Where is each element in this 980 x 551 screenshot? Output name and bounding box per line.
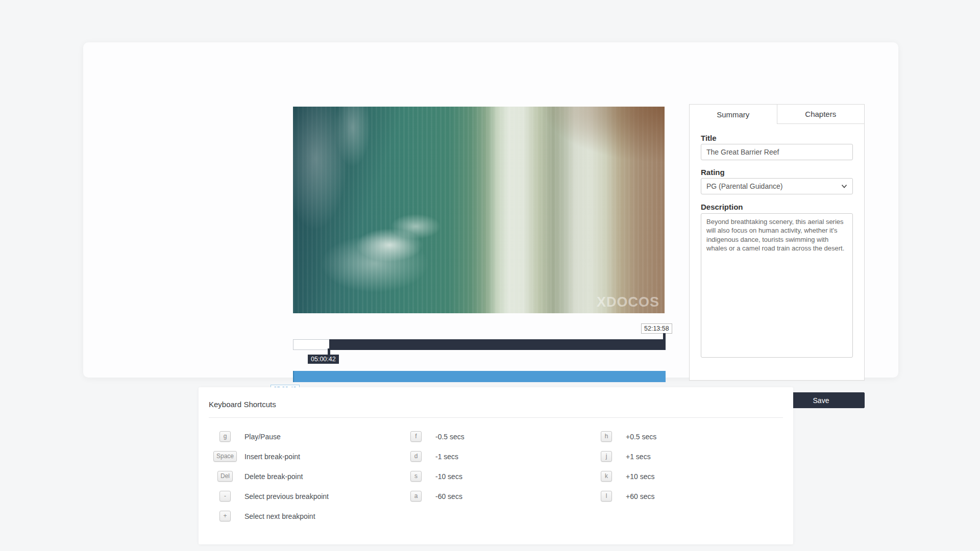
rating-select[interactable]: PG (Parental Guidance)	[701, 178, 853, 194]
keycap-wrap: g	[207, 431, 243, 442]
shortcut-action: Delete break-point	[244, 472, 303, 481]
keycap-wrap: f	[398, 431, 434, 442]
shortcut-action: +0.5 secs	[626, 433, 656, 441]
keycap-wrap: Space	[207, 451, 243, 462]
keycap-wrap: j	[589, 451, 624, 462]
keycap-wrap: s	[398, 471, 434, 482]
keycap: h	[601, 431, 612, 442]
keycap: Del	[217, 471, 233, 482]
timeline-progress-bar[interactable]	[293, 371, 666, 382]
keycap-wrap: a	[398, 491, 434, 502]
shortcut-action: +1 secs	[626, 453, 651, 461]
keycap-wrap: d	[398, 451, 434, 462]
shortcut-action: Insert break-point	[244, 453, 300, 461]
rating-selected-value: PG (Parental Guidance)	[706, 182, 782, 190]
keycap: d	[410, 451, 422, 462]
timeline-end-handle[interactable]	[663, 333, 666, 340]
tab-chapters[interactable]: Chapters	[777, 105, 865, 124]
shortcut-row: gPlay/Pause	[207, 427, 329, 446]
shortcut-row: +Select next breakpoint	[207, 506, 329, 526]
timeline-break-time-tooltip: 05:00:42	[308, 355, 339, 364]
rating-label: Rating	[701, 168, 725, 177]
video-editor-card: XDOCOS 52:13:58 05:00:42 05:00:42 Insert…	[83, 42, 898, 378]
keycap-wrap: Del	[207, 471, 243, 482]
keycap-wrap: k	[589, 471, 624, 482]
timeline-filled-segment[interactable]	[329, 339, 666, 350]
keycap: l	[601, 491, 612, 502]
shortcut-column-left: gPlay/PauseSpaceInsert break-pointDelDel…	[207, 427, 329, 526]
shortcut-row: f-0.5 secs	[398, 427, 464, 446]
shortcut-row: SpaceInsert break-point	[207, 446, 329, 466]
shortcut-column-middle: f-0.5 secsd-1 secss-10 secsa-60 secs	[398, 427, 464, 506]
keycap: s	[410, 471, 422, 482]
keyboard-shortcuts-card: Keyboard Shortcuts gPlay/PauseSpaceInser…	[199, 387, 793, 544]
tab-summary[interactable]: Summary	[690, 105, 777, 124]
keycap-wrap: h	[589, 431, 624, 442]
keyboard-shortcuts-title: Keyboard Shortcuts	[209, 400, 276, 409]
keycap: +	[219, 511, 231, 521]
shortcut-row: a-60 secs	[398, 486, 464, 506]
shortcut-row: DelDelete break-point	[207, 466, 329, 486]
description-textarea[interactable]: Beyond breathtaking scenery, this aerial…	[701, 213, 853, 358]
shortcut-row: d-1 secs	[398, 446, 464, 466]
shortcut-action: Select previous breakpoint	[244, 492, 329, 500]
keycap-wrap: -	[207, 491, 243, 502]
shortcut-row: l+60 secs	[589, 486, 656, 506]
timeline-track[interactable]	[293, 339, 666, 350]
video-preview[interactable]: XDOCOS	[293, 107, 665, 313]
shortcut-row: j+1 secs	[589, 446, 656, 466]
keycap-wrap: +	[207, 511, 243, 521]
title-input[interactable]	[701, 144, 853, 160]
shortcut-action: Play/Pause	[244, 433, 281, 441]
title-label: Title	[701, 134, 717, 142]
keycap-wrap: l	[589, 491, 624, 502]
shortcut-row: -Select previous breakpoint	[207, 486, 329, 506]
chevron-down-icon	[841, 184, 847, 188]
divider	[209, 417, 783, 418]
shortcut-action: -0.5 secs	[435, 433, 464, 441]
keycap: a	[410, 491, 422, 502]
summary-panel: Summary Chapters Title Rating PG (Parent…	[689, 104, 865, 381]
keycap: f	[410, 431, 422, 442]
shortcut-action: +10 secs	[626, 472, 654, 481]
shortcut-action: Select next breakpoint	[244, 512, 315, 520]
shortcut-action: -60 secs	[435, 492, 462, 500]
panel-tabs: Summary Chapters	[690, 105, 864, 124]
shortcut-action: -10 secs	[435, 472, 462, 481]
shortcut-column-right: h+0.5 secsj+1 secsk+10 secsl+60 secs	[589, 427, 656, 506]
timeline-end-time-tooltip: 52:13:58	[641, 323, 672, 334]
keycap: Space	[213, 451, 237, 462]
shortcut-row: h+0.5 secs	[589, 427, 656, 446]
keycap: k	[601, 471, 612, 482]
shortcut-row: s-10 secs	[398, 466, 464, 486]
shortcut-action: -1 secs	[435, 453, 458, 461]
video-watermark: XDOCOS	[597, 294, 659, 310]
keycap: g	[219, 431, 231, 442]
keycap: j	[601, 451, 612, 462]
keycap: -	[219, 491, 231, 502]
shortcut-action: +60 secs	[626, 492, 654, 500]
shortcut-row: k+10 secs	[589, 466, 656, 486]
description-label: Description	[701, 203, 743, 211]
